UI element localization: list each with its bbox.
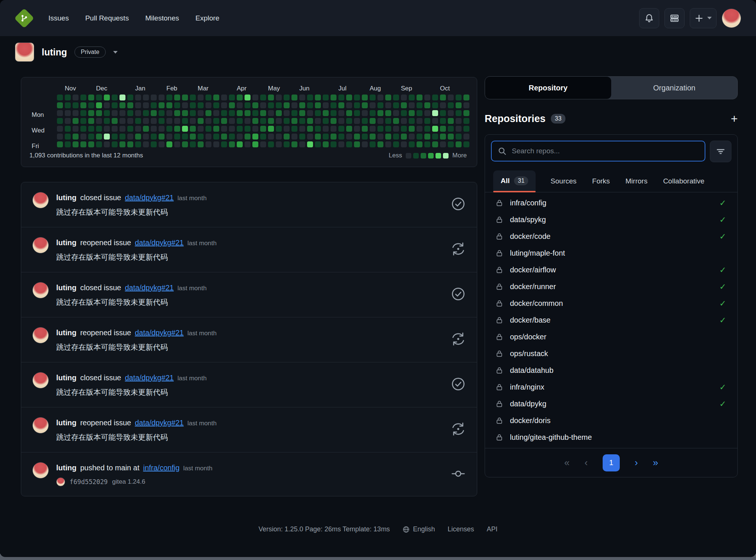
heatmap-cell[interactable] — [463, 118, 469, 124]
heatmap-cell[interactable] — [96, 110, 102, 116]
profile-avatar[interactable] — [15, 42, 34, 62]
nav-link-pull-requests[interactable]: Pull Requests — [85, 14, 129, 22]
heatmap-cell[interactable] — [307, 95, 313, 100]
heatmap-cell[interactable] — [401, 102, 407, 108]
heatmap-cell[interactable] — [299, 141, 305, 147]
heatmap-cell[interactable] — [57, 134, 63, 140]
heatmap-cell[interactable] — [346, 134, 352, 140]
heatmap-cell[interactable] — [268, 118, 274, 124]
heatmap-cell[interactable] — [362, 95, 368, 100]
heatmap-cell[interactable] — [65, 102, 71, 108]
heatmap-cell[interactable] — [237, 141, 243, 147]
heatmap-cell[interactable] — [401, 141, 407, 147]
heatmap-cell[interactable] — [237, 126, 243, 132]
heatmap-cell[interactable] — [424, 134, 430, 140]
heatmap-cell[interactable] — [73, 102, 79, 108]
heatmap-cell[interactable] — [440, 118, 446, 124]
heatmap-cell[interactable] — [135, 141, 141, 147]
heatmap-cell[interactable] — [119, 118, 125, 124]
heatmap-cell[interactable] — [159, 118, 165, 124]
heatmap-cell[interactable] — [362, 134, 368, 140]
heatmap-cell[interactable] — [190, 141, 196, 147]
heatmap-cell[interactable] — [323, 141, 329, 147]
heatmap-cell[interactable] — [174, 134, 180, 140]
heatmap-cell[interactable] — [112, 102, 118, 108]
heatmap-cell[interactable] — [159, 110, 165, 116]
heatmap-cell[interactable] — [417, 110, 422, 116]
heatmap-cell[interactable] — [213, 118, 219, 124]
heatmap-cell[interactable] — [268, 134, 274, 140]
heatmap-cell[interactable] — [229, 95, 235, 100]
heatmap-cell[interactable] — [307, 126, 313, 132]
heatmap-cell[interactable] — [331, 141, 336, 147]
heatmap-cell[interactable] — [440, 95, 446, 100]
heatmap-cell[interactable] — [159, 134, 165, 140]
heatmap-cell[interactable] — [307, 110, 313, 116]
heatmap-cell[interactable] — [112, 118, 118, 124]
heatmap-cell[interactable] — [424, 141, 430, 147]
heatmap-cell[interactable] — [229, 118, 235, 124]
heatmap-cell[interactable] — [385, 141, 391, 147]
heatmap-cell[interactable] — [198, 102, 204, 108]
tab-repository[interactable]: Repository — [485, 77, 611, 99]
heatmap-cell[interactable] — [463, 134, 469, 140]
heatmap-cell[interactable] — [182, 95, 188, 100]
heatmap-cell[interactable] — [80, 102, 86, 108]
page-last-button[interactable]: » — [653, 457, 658, 468]
heatmap-cell[interactable] — [401, 126, 407, 132]
heatmap-cell[interactable] — [221, 102, 227, 108]
heatmap-cell[interactable] — [338, 118, 344, 124]
heatmap-cell[interactable] — [284, 102, 290, 108]
heatmap-cell[interactable] — [119, 110, 125, 116]
heatmap-cell[interactable] — [409, 102, 415, 108]
repo-row[interactable]: docker/runner✓ — [485, 278, 737, 295]
heatmap-cell[interactable] — [174, 102, 180, 108]
heatmap-cell[interactable] — [456, 110, 462, 116]
heatmap-cell[interactable] — [135, 126, 141, 132]
heatmap-cell[interactable] — [424, 126, 430, 132]
heatmap-cell[interactable] — [65, 118, 71, 124]
heatmap-cell[interactable] — [401, 95, 407, 100]
heatmap-cell[interactable] — [463, 102, 469, 108]
nav-link-milestones[interactable]: Milestones — [145, 14, 179, 22]
heatmap-cell[interactable] — [385, 95, 391, 100]
repo-row[interactable]: infra/config✓ — [485, 195, 737, 211]
heatmap-cell[interactable] — [276, 126, 282, 132]
heatmap-cell[interactable] — [119, 134, 125, 140]
heatmap-cell[interactable] — [276, 118, 282, 124]
heatmap-cell[interactable] — [57, 102, 63, 108]
heatmap-cell[interactable] — [104, 126, 110, 132]
heatmap-cell[interactable] — [260, 126, 266, 132]
heatmap-cell[interactable] — [385, 110, 391, 116]
heatmap-cell[interactable] — [448, 126, 454, 132]
heatmap-cell[interactable] — [182, 141, 188, 147]
heatmap-cell[interactable] — [448, 118, 454, 124]
heatmap-cell[interactable] — [127, 118, 133, 124]
heatmap-cell[interactable] — [205, 102, 211, 108]
heatmap-cell[interactable] — [307, 118, 313, 124]
heatmap-cell[interactable] — [346, 95, 352, 100]
add-repository-button[interactable]: + — [731, 113, 738, 125]
heatmap-cell[interactable] — [299, 95, 305, 100]
heatmap-cell[interactable] — [151, 126, 157, 132]
feed-username[interactable]: luting — [56, 419, 76, 427]
heatmap-cell[interactable] — [370, 110, 376, 116]
heatmap-cell[interactable] — [143, 95, 149, 100]
heatmap-cell[interactable] — [377, 134, 383, 140]
heatmap-cell[interactable] — [432, 118, 438, 124]
heatmap-cell[interactable] — [401, 134, 407, 140]
heatmap-cell[interactable] — [440, 102, 446, 108]
heatmap-cell[interactable] — [221, 141, 227, 147]
heatmap-cell[interactable] — [143, 110, 149, 116]
heatmap-cell[interactable] — [424, 95, 430, 100]
heatmap-cell[interactable] — [276, 110, 282, 116]
heatmap-cell[interactable] — [190, 126, 196, 132]
commit-hash-link[interactable]: f69d552029 — [70, 478, 108, 486]
user-avatar[interactable] — [722, 9, 741, 28]
heatmap-cell[interactable] — [73, 134, 79, 140]
heatmap-cell[interactable] — [354, 95, 360, 100]
heatmap-cell[interactable] — [370, 126, 376, 132]
licenses-link[interactable]: Licenses — [447, 525, 474, 533]
heatmap-cell[interactable] — [276, 95, 282, 100]
heatmap-cell[interactable] — [88, 134, 94, 140]
